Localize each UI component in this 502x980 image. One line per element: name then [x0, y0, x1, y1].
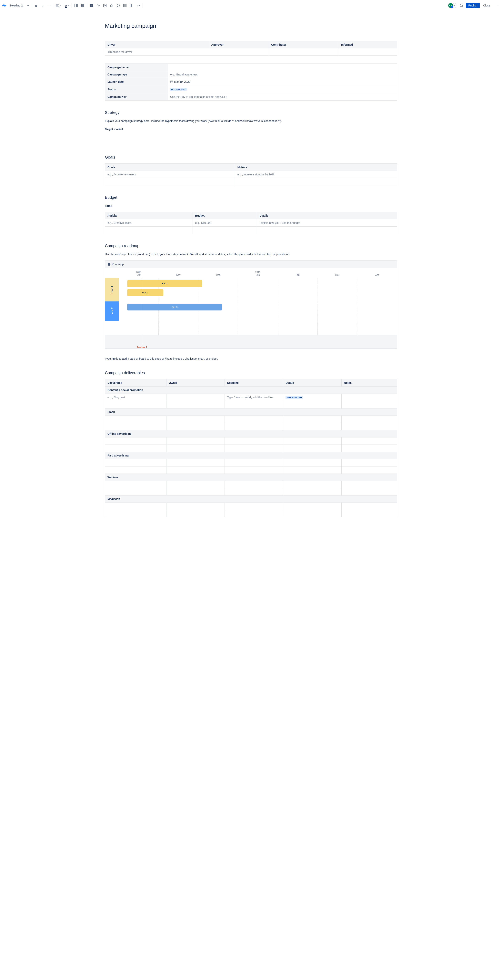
budget-table[interactable]: Activity Budget Details e.g., Creative a… [105, 212, 397, 234]
deliverable-cell[interactable]: e.g., Blog post [105, 394, 166, 401]
request-access-button[interactable] [458, 2, 464, 9]
roadmap-bar[interactable]: Bar 2 [127, 289, 163, 296]
goals-cell[interactable] [235, 178, 397, 185]
svg-point-0 [75, 4, 75, 5]
detail-value[interactable]: NOT STARTED [168, 86, 397, 93]
svg-point-8 [104, 5, 105, 5]
budget-cell[interactable] [257, 227, 397, 234]
close-button[interactable]: Close [481, 3, 492, 8]
align-button[interactable] [55, 2, 62, 9]
budget-cell[interactable] [193, 227, 257, 234]
goals-header: Metrics [235, 164, 397, 171]
deliverables-section[interactable]: Media/PR [105, 495, 397, 503]
roadmap-outro[interactable]: Type /trello to add a card or board to t… [105, 356, 397, 361]
budget-heading[interactable]: Budget [105, 195, 397, 200]
deliverables-header: Notes [342, 379, 397, 386]
detail-label: Status [105, 86, 168, 93]
deliverable-cell[interactable]: NOT STARTED [283, 394, 342, 401]
daci-cell[interactable] [339, 48, 397, 56]
emoji-button[interactable] [115, 2, 121, 9]
layouts-button[interactable] [128, 2, 135, 9]
daci-table[interactable]: Driver Approver Contributor Informed @me… [105, 41, 397, 56]
deliverables-header: Deadline [225, 379, 283, 386]
deliverable-cell[interactable] [166, 394, 225, 401]
svg-point-11 [118, 5, 119, 5]
page-title[interactable]: Marketing campaign [105, 23, 397, 29]
budget-cell[interactable] [105, 227, 193, 234]
italic-button[interactable]: I [40, 2, 46, 9]
confluence-logo-icon [2, 3, 7, 8]
roadmap-bar[interactable]: Bar 1 [127, 280, 202, 287]
budget-cell[interactable]: Explain how you'll use the budget [257, 220, 397, 227]
text-color-button[interactable]: A [64, 2, 70, 9]
deliverables-section[interactable]: Content + social promotion [105, 386, 397, 394]
bold-button[interactable]: B [33, 2, 40, 9]
mention-button[interactable]: @ [108, 2, 115, 9]
goals-cell[interactable]: e.g., Increase signups by 10% [235, 171, 397, 178]
roadmap-bar[interactable]: Bar 3 [127, 304, 222, 310]
svg-rect-15 [460, 5, 462, 7]
roadmap-marker-label: Marker 1 [137, 346, 147, 349]
bullet-list-button[interactable] [73, 2, 79, 9]
user-avatar[interactable]: CK [448, 3, 453, 8]
strategy-body[interactable]: Explain your campaign strategy here. Inc… [105, 119, 397, 123]
status-lozenge[interactable]: NOT STARTED [170, 88, 187, 91]
deliverables-heading[interactable]: Campaign deliverables [105, 371, 397, 375]
budget-header: Budget [193, 212, 257, 220]
daci-cell[interactable] [209, 48, 269, 56]
deliverables-section[interactable]: Webinar [105, 474, 397, 481]
deliverables-section[interactable]: Offline advertising [105, 430, 397, 437]
image-button[interactable] [102, 2, 108, 9]
budget-cell[interactable]: e.g., Creative asset [105, 220, 193, 227]
detail-value[interactable]: Use this key to tag campaign assets and … [168, 93, 397, 100]
target-market-heading[interactable]: Target market [105, 127, 397, 131]
publish-button[interactable]: Publish [466, 3, 480, 8]
svg-point-10 [118, 5, 118, 5]
goals-cell[interactable]: e.g., Acquire new users [105, 171, 235, 178]
campaign-details-table[interactable]: Campaign name Campaign type e.g., Brand … [105, 64, 397, 100]
daci-driver-cell[interactable]: @mention the driver [105, 48, 209, 56]
detail-value[interactable]: Mar 19, 2020 [168, 78, 397, 86]
svg-point-9 [117, 4, 120, 7]
lane-label: Lane 1 [105, 278, 119, 301]
deliverable-cell[interactable] [342, 394, 397, 401]
goals-table[interactable]: Goals Metrics e.g., Acquire new users e.… [105, 164, 397, 185]
more-actions-button[interactable]: ··· [494, 2, 500, 9]
roadmap-macro[interactable]: Roadmap 2018Oct Nov Dec 2019Jan Feb Mar … [105, 261, 397, 349]
goals-cell[interactable] [105, 178, 235, 185]
status-lozenge[interactable]: NOT STARTED [285, 396, 303, 399]
link-button[interactable] [95, 2, 101, 9]
deliverables-section[interactable]: Email [105, 408, 397, 415]
svg-rect-14 [132, 4, 133, 7]
daci-cell[interactable] [269, 48, 339, 56]
table-button[interactable] [122, 2, 128, 9]
roadmap-intro[interactable]: Use the roadmap planner (/roadmap) to he… [105, 252, 397, 256]
document-icon [108, 263, 111, 266]
budget-total[interactable]: Total: [105, 204, 397, 208]
detail-value[interactable] [168, 64, 397, 71]
budget-header: Details [257, 212, 397, 220]
deliverables-header: Owner [166, 379, 225, 386]
strategy-heading[interactable]: Strategy [105, 110, 397, 115]
roadmap-heading[interactable]: Campaign roadmap [105, 243, 397, 248]
detail-label: Campaign name [105, 64, 168, 71]
deliverable-cell[interactable]: Type /date to quickly add the deadline [225, 394, 283, 401]
detail-label: Launch date [105, 78, 168, 86]
numbered-list-button[interactable]: 123 [80, 2, 86, 9]
svg-point-2 [75, 6, 75, 7]
roadmap-panel-title: Roadmap [112, 262, 124, 266]
daci-header: Approver [209, 41, 269, 48]
budget-cell[interactable]: e.g., $10,000 [193, 220, 257, 227]
daci-header: Driver [105, 41, 209, 48]
insert-more-button[interactable]: + [135, 2, 141, 9]
text-style-select[interactable]: Heading 2 [9, 3, 30, 8]
detail-value[interactable]: e.g., Brand awareness [168, 71, 397, 78]
goals-heading[interactable]: Goals [105, 155, 397, 159]
svg-text:3: 3 [81, 6, 82, 7]
action-item-button[interactable] [88, 2, 95, 9]
svg-rect-16 [171, 81, 173, 83]
deliverables-table[interactable]: Deliverable Owner Deadline Status Notes … [105, 379, 397, 517]
deliverables-section[interactable]: Paid advertising [105, 452, 397, 459]
deliverables-header: Deliverable [105, 379, 166, 386]
more-formatting-button[interactable]: ··· [46, 2, 53, 9]
